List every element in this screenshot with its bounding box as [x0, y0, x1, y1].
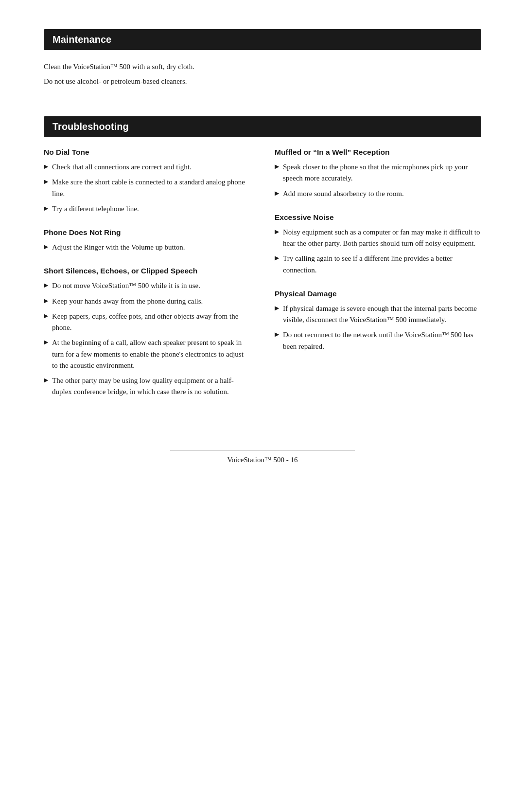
bullet-text: Adjust the Ringer with the Volume up but…: [52, 242, 250, 253]
list-item: ▶ At the beginning of a call, allow each…: [44, 337, 250, 371]
maintenance-section: Maintenance Clean the VoiceStation™ 500 …: [44, 29, 481, 87]
subsection-short-silences: Short Silences, Echoes, or Clipped Speec…: [44, 267, 250, 397]
right-column: Muffled or “In a Well” Reception ▶ Speak…: [275, 148, 481, 366]
bullet-arrow: ▶: [44, 338, 48, 347]
list-item: ▶ Try a different telephone line.: [44, 203, 250, 215]
no-dial-tone-list: ▶ Check that all connections are correct…: [44, 162, 250, 215]
subsection-title-phone-no-ring: Phone Does Not Ring: [44, 228, 250, 237]
list-item: ▶ Do not move VoiceStation™ 500 while it…: [44, 280, 250, 291]
maintenance-line-2: Do not use alcohol- or petroleum-based c…: [44, 75, 481, 87]
bullet-text: Keep your hands away from the phone duri…: [52, 296, 250, 307]
subsection-physical-damage: Physical Damage ▶ If physical damage is …: [275, 289, 481, 352]
bullet-arrow: ▶: [275, 189, 279, 198]
list-item: ▶ Speak closer to the phone so that the …: [275, 162, 481, 184]
subsection-excessive-noise: Excessive Noise ▶ Noisy equipment such a…: [275, 213, 481, 276]
subsection-no-dial-tone: No Dial Tone ▶ Check that all connection…: [44, 148, 250, 215]
bullet-text: Do not move VoiceStation™ 500 while it i…: [52, 280, 250, 291]
troubleshooting-header: Troubleshooting: [44, 116, 481, 137]
maintenance-header: Maintenance: [44, 29, 481, 50]
maintenance-line-1: Clean the VoiceStation™ 500 with a soft,…: [44, 61, 481, 72]
bullet-text: Noisy equipment such as a computer or fa…: [283, 227, 481, 250]
subsection-phone-no-ring: Phone Does Not Ring ▶ Adjust the Ringer …: [44, 228, 250, 253]
list-item: ▶ Try calling again to see if a differen…: [275, 253, 481, 276]
subsection-title-no-dial-tone: No Dial Tone: [44, 148, 250, 157]
bullet-text: Try a different telephone line.: [52, 203, 250, 215]
phone-no-ring-list: ▶ Adjust the Ringer with the Volume up b…: [44, 242, 250, 253]
bullet-text: Make sure the short cable is connected t…: [52, 177, 250, 199]
bullet-arrow: ▶: [275, 330, 279, 339]
bullet-arrow: ▶: [44, 242, 48, 252]
footer: VoiceStation™ 500 - 16: [170, 451, 355, 464]
bullet-arrow: ▶: [275, 162, 279, 171]
bullet-text: Add more sound absorbency to the room.: [283, 188, 481, 199]
bullet-arrow: ▶: [44, 204, 48, 213]
left-column: No Dial Tone ▶ Check that all connection…: [44, 148, 250, 412]
bullet-arrow: ▶: [275, 304, 279, 313]
list-item: ▶ Keep your hands away from the phone du…: [44, 296, 250, 307]
bullet-arrow: ▶: [44, 296, 48, 306]
subsection-title-excessive-noise: Excessive Noise: [275, 213, 481, 222]
bullet-text: If physical damage is severe enough that…: [283, 303, 481, 326]
list-item: ▶ Keep papers, cups, coffee pots, and ot…: [44, 311, 250, 334]
troubleshooting-columns: No Dial Tone ▶ Check that all connection…: [44, 148, 481, 412]
bullet-text: Check that all connections are correct a…: [52, 162, 250, 173]
bullet-text: At the beginning of a call, allow each s…: [52, 337, 250, 371]
bullet-text: Try calling again to see if a different …: [283, 253, 481, 276]
list-item: ▶ If physical damage is severe enough th…: [275, 303, 481, 326]
bullet-text: The other party may be using low quality…: [52, 375, 250, 398]
bullet-arrow: ▶: [275, 227, 279, 236]
subsection-title-muffled: Muffled or “In a Well” Reception: [275, 148, 481, 157]
list-item: ▶ Adjust the Ringer with the Volume up b…: [44, 242, 250, 253]
bullet-arrow: ▶: [44, 162, 48, 171]
list-item: ▶ Check that all connections are correct…: [44, 162, 250, 173]
physical-damage-list: ▶ If physical damage is severe enough th…: [275, 303, 481, 352]
bullet-text: Speak closer to the phone so that the mi…: [283, 162, 481, 184]
bullet-arrow: ▶: [44, 177, 48, 186]
muffled-list: ▶ Speak closer to the phone so that the …: [275, 162, 481, 199]
subsection-muffled: Muffled or “In a Well” Reception ▶ Speak…: [275, 148, 481, 199]
subsection-title-physical-damage: Physical Damage: [275, 289, 481, 298]
bullet-arrow: ▶: [44, 281, 48, 290]
list-item: ▶ The other party may be using low quali…: [44, 375, 250, 398]
list-item: ▶ Do not reconnect to the network until …: [275, 329, 481, 352]
list-item: ▶ Make sure the short cable is connected…: [44, 177, 250, 199]
troubleshooting-section: Troubleshooting No Dial Tone ▶ Check tha…: [44, 116, 481, 412]
list-item: ▶ Add more sound absorbency to the room.: [275, 188, 481, 199]
bullet-arrow: ▶: [275, 253, 279, 263]
bullet-text: Keep papers, cups, coffee pots, and othe…: [52, 311, 250, 334]
excessive-noise-list: ▶ Noisy equipment such as a computer or …: [275, 227, 481, 276]
subsection-title-short-silences: Short Silences, Echoes, or Clipped Speec…: [44, 267, 250, 275]
bullet-arrow: ▶: [44, 311, 48, 321]
short-silences-list: ▶ Do not move VoiceStation™ 500 while it…: [44, 280, 250, 397]
bullet-text: Do not reconnect to the network until th…: [283, 329, 481, 352]
list-item: ▶ Noisy equipment such as a computer or …: [275, 227, 481, 250]
bullet-arrow: ▶: [44, 376, 48, 385]
footer-text: VoiceStation™ 500 - 16: [228, 456, 298, 464]
